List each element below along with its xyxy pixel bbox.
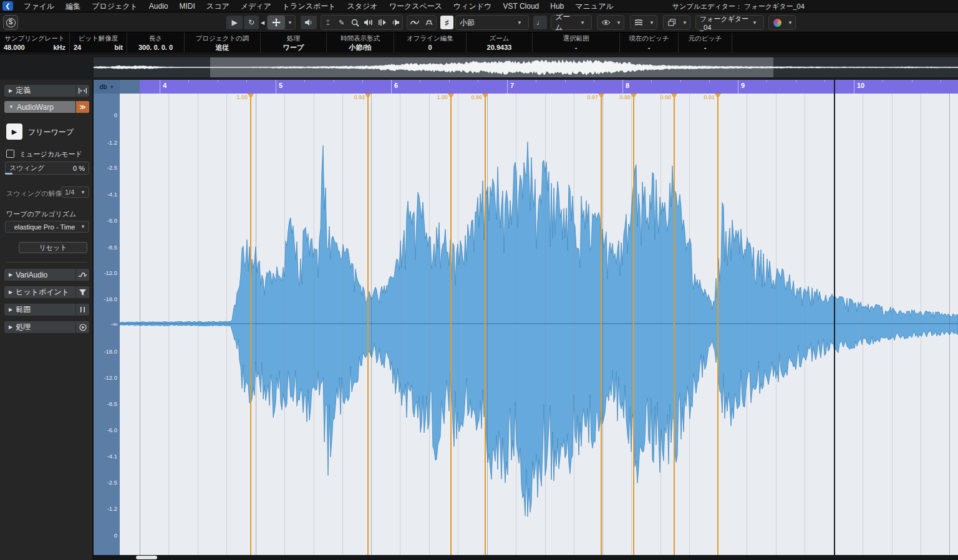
section-process[interactable]: ▶ 処理 (4, 321, 89, 333)
info-column-label: 時間表示形式 (331, 34, 390, 43)
warp-marker-head[interactable] (365, 94, 371, 99)
zoom-tool-button[interactable] (348, 16, 362, 29)
info-column-value[interactable]: - (624, 44, 674, 51)
menu-item-8[interactable]: トランスポート (277, 0, 342, 12)
horizontal-scrollbar[interactable] (94, 555, 958, 560)
warp-marker[interactable] (674, 94, 675, 555)
free-warp-button[interactable]: ▶ (6, 123, 22, 140)
swing-slider[interactable]: スウィング 0 % (5, 162, 89, 175)
grid-line-bar (949, 94, 950, 555)
snap-zero-crossing-button[interactable] (407, 16, 422, 29)
windows-icon (668, 19, 676, 26)
warp-marker[interactable] (367, 94, 369, 555)
warp-marker[interactable] (717, 94, 718, 555)
scale-unit-dropdown[interactable]: db▼ (94, 80, 120, 94)
range-select-tool-button[interactable]: ⌶ (321, 16, 335, 29)
audition-button[interactable] (301, 16, 317, 29)
grid-toggle-button[interactable]: ♯ (440, 16, 453, 29)
menu-item-5[interactable]: MIDI (174, 0, 201, 12)
chevron-down-icon: ▼ (80, 190, 85, 195)
app-icon[interactable]: ❮ (2, 1, 13, 11)
section-definition[interactable]: ▶ 定義 (4, 85, 89, 97)
scrub-tool-icon (364, 19, 373, 26)
zoom-preset-dropdown[interactable]: ズーム▼ (551, 15, 592, 30)
info-column-value[interactable]: 追従 (188, 43, 256, 52)
info-column-value[interactable]: - (536, 44, 616, 51)
menu-item-13[interactable]: Hub (544, 0, 569, 12)
section-label: 定義 (16, 85, 75, 96)
grid-type-dropdown[interactable]: 小節▼ (455, 15, 529, 30)
color-menu-button[interactable] (769, 16, 785, 29)
waveform-display[interactable]: 1.000.931.000.860.970.880.980.91 (120, 94, 958, 555)
warp-marker-head[interactable] (671, 94, 677, 99)
menu-item-1[interactable]: ファイル (18, 0, 60, 12)
menu-item-6[interactable]: スコア (201, 0, 235, 12)
info-column-value[interactable]: 24bit (74, 44, 123, 51)
menu-item-11[interactable]: ウィンドウ (448, 0, 497, 12)
swing-resolution-dropdown[interactable]: 1/4▼ (61, 186, 89, 198)
warp-marker-head[interactable] (598, 94, 604, 99)
clip-select-dropdown[interactable]: フォークギター_04▼ (695, 15, 764, 30)
toolbar-collapse-left[interactable]: ◀ (260, 16, 265, 29)
info-column-value[interactable]: 小節/拍 (331, 43, 390, 52)
scrollbar-thumb[interactable] (136, 556, 157, 559)
warp-tool-button[interactable] (268, 16, 285, 29)
menu-item-3[interactable]: プロジェクト (86, 0, 143, 12)
warp-marker[interactable] (485, 94, 486, 555)
warp-marker[interactable] (633, 94, 634, 555)
section-label: VariAudio (16, 271, 75, 279)
color-menu-dropdown[interactable]: ▼ (785, 16, 795, 29)
timeline-ruler[interactable]: 4567891011 (140, 80, 958, 94)
menu-item-7[interactable]: メディア (235, 0, 277, 12)
loop-button[interactable]: ↻ (244, 16, 259, 29)
audiowarp-badge-icon[interactable]: ≫ (75, 101, 89, 113)
warp-marker-head[interactable] (482, 94, 488, 99)
warp-marker[interactable] (250, 94, 251, 555)
section-variaudio[interactable]: ▶ VariAudio (4, 269, 89, 281)
draw-tool-button[interactable]: ✎ (335, 16, 349, 29)
overview-strip[interactable] (94, 57, 958, 77)
warp-algorithm-dropdown[interactable]: elastique Pro - Time▼ (5, 221, 89, 233)
quantize-button[interactable]: ♩ (533, 16, 547, 29)
warp-marker-head[interactable] (248, 94, 254, 99)
play-button[interactable]: ▶ (226, 16, 243, 29)
info-column-value[interactable]: ワープ (264, 43, 322, 52)
scrub-tool-button[interactable] (362, 16, 375, 29)
menu-item-14[interactable]: マニュアル (569, 0, 619, 12)
window-layout-button[interactable] (664, 16, 680, 29)
info-column-value[interactable]: 20.9433 (470, 44, 528, 51)
window-layout-dropdown[interactable]: ▼ (680, 16, 690, 29)
info-column-value[interactable]: - (682, 44, 728, 51)
menu-item-4[interactable]: Audio (143, 0, 174, 12)
musical-mode-checkbox[interactable] (6, 150, 14, 158)
swing-slider-handle[interactable] (5, 173, 12, 175)
view-options-button[interactable] (598, 16, 614, 29)
warp-marker[interactable] (450, 94, 452, 555)
snap-edit-button[interactable] (422, 16, 436, 29)
info-column-value[interactable]: 0 (398, 44, 462, 51)
info-column-value[interactable]: 300. 0. 0. 0 (131, 44, 180, 51)
menu-item-10[interactable]: ワークスペース (384, 0, 448, 12)
info-column-value[interactable]: 48.000kHz (4, 44, 65, 51)
warp-marker[interactable] (601, 94, 602, 555)
menu-item-9[interactable]: スタジオ (342, 0, 384, 12)
warp-marker-head[interactable] (715, 94, 721, 99)
fit-range-icon[interactable] (75, 85, 89, 97)
reset-button[interactable]: リセット (19, 242, 87, 253)
ruler-quarter-tick (304, 80, 305, 82)
menu-item-12[interactable]: VST Cloud (497, 0, 544, 12)
warp-marker-head[interactable] (631, 94, 637, 99)
play-tool-button[interactable] (375, 16, 389, 29)
section-range[interactable]: ▶ 範囲 (4, 304, 89, 316)
steinberg-logo-button[interactable]: S (3, 15, 18, 30)
section-audiowarp[interactable]: ▼ AudioWarp ≫ (4, 101, 89, 113)
volume-tool-button[interactable] (389, 16, 402, 29)
layer-mode-button[interactable] (631, 16, 647, 29)
warp-marker-head[interactable] (448, 94, 454, 99)
tool-select-dropdown[interactable]: ▼ (285, 16, 295, 29)
menu-item-2[interactable]: 編集 (60, 0, 86, 12)
grid-line-quarter (574, 94, 574, 555)
layer-mode-dropdown[interactable]: ▼ (647, 16, 657, 29)
view-options-dropdown[interactable]: ▼ (614, 16, 624, 29)
section-hitpoints[interactable]: ▶ ヒットポイント (4, 286, 89, 298)
